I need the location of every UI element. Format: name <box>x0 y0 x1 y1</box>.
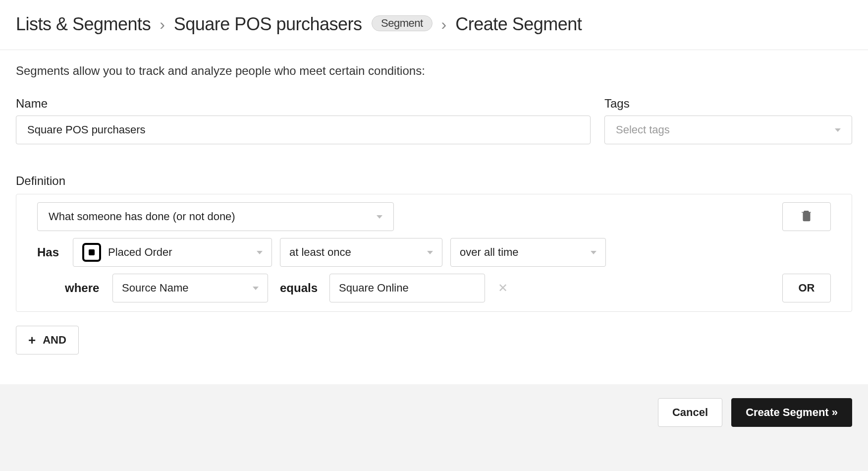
caret-down-icon <box>253 287 259 290</box>
cancel-button[interactable]: Cancel <box>658 398 722 427</box>
name-input[interactable] <box>16 116 591 144</box>
breadcrumb: Lists & Segments › Square POS purchasers… <box>0 0 868 50</box>
tags-label: Tags <box>604 97 852 111</box>
name-label: Name <box>16 97 591 111</box>
trash-icon <box>802 210 812 224</box>
breadcrumb-segment[interactable]: Square POS purchasers Segment <box>174 14 433 35</box>
operator-label: equals <box>280 281 318 295</box>
caret-down-icon <box>377 215 382 219</box>
caret-down-icon <box>257 251 263 254</box>
square-logo-icon <box>82 243 101 262</box>
footer-bar: Cancel Create Segment » <box>0 384 868 471</box>
plus-icon: + <box>28 333 36 348</box>
where-label: where <box>65 281 105 295</box>
caret-down-icon <box>835 128 841 132</box>
value-input[interactable] <box>329 274 485 302</box>
event-select[interactable]: Placed Order <box>73 238 272 267</box>
breadcrumb-current: Create Segment <box>455 14 582 35</box>
frequency-value: at least once <box>289 246 351 259</box>
or-button[interactable]: OR <box>782 274 831 302</box>
definition-box: What someone has done (or not done) Has … <box>16 194 852 312</box>
tags-select[interactable]: Select tags <box>604 116 852 144</box>
tags-placeholder: Select tags <box>616 123 670 136</box>
event-value: Placed Order <box>108 246 172 259</box>
segment-badge: Segment <box>372 15 433 31</box>
condition-type-value: What someone has done (or not done) <box>49 210 235 223</box>
chevron-right-icon: › <box>441 15 447 34</box>
intro-text: Segments allow you to track and analyze … <box>16 64 852 78</box>
create-segment-button[interactable]: Create Segment » <box>731 398 852 427</box>
condition-type-select[interactable]: What someone has done (or not done) <box>37 202 394 231</box>
caret-down-icon <box>427 251 433 254</box>
timeframe-value: over all time <box>460 246 519 259</box>
breadcrumb-root[interactable]: Lists & Segments <box>16 14 151 35</box>
property-select[interactable]: Source Name <box>112 274 268 302</box>
delete-condition-button[interactable] <box>782 202 831 231</box>
and-button[interactable]: + AND <box>16 326 79 354</box>
and-button-label: AND <box>43 334 66 347</box>
breadcrumb-segment-name: Square POS purchasers <box>174 14 362 34</box>
has-label: Has <box>37 245 65 259</box>
frequency-select[interactable]: at least once <box>280 238 442 267</box>
definition-label: Definition <box>16 174 852 188</box>
close-icon: ✕ <box>498 281 508 294</box>
property-value: Source Name <box>122 282 189 294</box>
caret-down-icon <box>591 251 597 254</box>
timeframe-select[interactable]: over all time <box>450 238 606 267</box>
remove-filter-button[interactable]: ✕ <box>493 281 513 295</box>
chevron-right-icon: › <box>160 15 165 34</box>
